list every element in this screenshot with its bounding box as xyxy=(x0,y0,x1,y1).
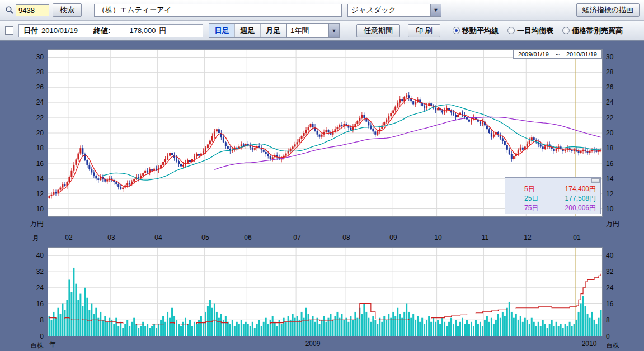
volume-y-axis-right: 0816243240 xyxy=(604,247,628,336)
month-label: 06 xyxy=(244,234,251,241)
y-tick: 18 xyxy=(36,144,44,152)
month-label: 03 xyxy=(107,234,115,241)
date-range-box: 2009/01/19 ～ 2010/01/19 xyxy=(513,50,602,59)
ma-legend: 5日174,400円25日177,508円75日200,006円 xyxy=(505,177,601,214)
y-tick: 10 xyxy=(36,205,44,213)
radio-label: 一目均衡表 xyxy=(517,26,553,36)
stock-code-input[interactable] xyxy=(16,4,49,16)
month-label: 12 xyxy=(524,234,531,241)
month-label: 08 xyxy=(342,234,350,241)
y-tick: 0 xyxy=(40,333,44,340)
y-tick: 28 xyxy=(36,68,44,76)
y-tick: 24 xyxy=(36,284,44,292)
date-value: 2010/01/19 xyxy=(41,26,78,35)
close-value: 178,000 xyxy=(129,26,156,35)
y-tick: 28 xyxy=(606,68,613,76)
date-label: 日付 xyxy=(23,26,38,36)
legend-minimize-button[interactable] xyxy=(591,178,600,183)
y-tick: 26 xyxy=(36,83,44,91)
legend-row: 5日174,400円 xyxy=(510,184,596,194)
y-tick: 20 xyxy=(36,129,44,137)
y-tick: 16 xyxy=(36,160,44,168)
close-label: 終値: xyxy=(93,26,110,36)
search-button[interactable]: 検索 xyxy=(53,3,82,17)
y-tick: 12 xyxy=(36,190,44,198)
radio-button-icon xyxy=(453,27,460,34)
range-dropdown[interactable]: 1年間 ▼ xyxy=(286,23,340,38)
year-axis-label: 年 xyxy=(49,340,56,349)
range-separator: ～ xyxy=(554,50,561,59)
price-y-axis-right: 1012141618202224262830 xyxy=(604,49,628,217)
radio-button-icon xyxy=(562,27,570,34)
y-tick: 20 xyxy=(606,129,613,137)
range-end: 2010/01/19 xyxy=(566,51,597,58)
y-tick: 32 xyxy=(606,268,613,276)
y-tick: 18 xyxy=(606,144,613,152)
year-label-2009: 2009 xyxy=(305,340,321,348)
chevron-down-icon[interactable]: ▼ xyxy=(328,24,339,37)
month-label: 05 xyxy=(201,234,209,241)
company-name-input[interactable] xyxy=(94,4,342,17)
period-tabs: 日足週足月足 xyxy=(209,23,287,38)
month-label: 02 xyxy=(65,234,72,241)
market-dropdown[interactable]: ジャスダック ▼ xyxy=(347,4,441,17)
month-label: 09 xyxy=(389,234,397,241)
toolbar-checkbox[interactable] xyxy=(5,26,13,35)
print-button[interactable]: 印 刷 xyxy=(408,24,440,37)
legend-rows: 5日174,400円25日177,508円75日200,006円 xyxy=(510,184,596,213)
radio-button-icon xyxy=(507,27,515,34)
y-tick: 16 xyxy=(606,300,613,308)
y-tick: 24 xyxy=(606,284,613,292)
y-tick: 14 xyxy=(606,175,613,183)
volume-chart-svg xyxy=(48,248,602,336)
economic-indicator-button[interactable]: 経済指標の描画 xyxy=(576,3,640,17)
month-label: 01 xyxy=(573,234,580,241)
volume-chart[interactable] xyxy=(48,247,603,336)
y-tick: 12 xyxy=(606,190,613,198)
price-unit-left: 万円 xyxy=(21,219,44,229)
y-tick: 26 xyxy=(606,83,613,91)
radio-moving-average[interactable]: 移動平均線 xyxy=(453,26,499,36)
legend-ma-name: 25日 xyxy=(510,194,538,203)
y-tick: 40 xyxy=(606,252,613,259)
month-axis-label: 月 xyxy=(32,234,39,243)
month-labels: 020304050607080910111201 xyxy=(48,234,603,242)
month-label: 10 xyxy=(434,234,441,241)
radio-ichimoku-chart[interactable]: 一目均衡表 xyxy=(507,26,553,36)
y-tick: 16 xyxy=(606,160,613,168)
legend-ma-value: 200,006円 xyxy=(565,203,596,213)
month-label: 11 xyxy=(482,234,488,241)
y-tick: 22 xyxy=(606,114,613,122)
tab-daily[interactable]: 日足 xyxy=(209,24,235,37)
legend-ma-name: 75日 xyxy=(510,203,538,213)
radio-label: 価格帯別売買高 xyxy=(572,26,623,36)
price-unit-right: 万円 xyxy=(606,219,619,229)
month-axis: 月 020304050607080910111201 xyxy=(0,234,644,242)
y-tick: 8 xyxy=(40,316,44,324)
volume-y-axis-left: 0816243240 xyxy=(21,247,46,336)
y-tick: 8 xyxy=(606,316,610,324)
close-unit: 円 xyxy=(159,26,166,36)
y-tick: 32 xyxy=(36,268,44,276)
y-tick: 24 xyxy=(36,98,44,106)
legend-row: 25日177,508円 xyxy=(510,194,596,203)
custom-period-button[interactable]: 任意期間 xyxy=(356,24,400,37)
tab-weekly[interactable]: 週足 xyxy=(235,24,261,37)
tab-monthly[interactable]: 月足 xyxy=(261,24,286,37)
y-tick: 22 xyxy=(36,114,44,122)
radio-volume-by-price[interactable]: 価格帯別売買高 xyxy=(562,26,623,36)
chevron-down-icon[interactable]: ▼ xyxy=(430,4,441,16)
y-tick: 24 xyxy=(606,98,613,106)
sub-toolbar: 日付 2010/01/19 終値: 178,000 円 日足週足月足 1年間 ▼… xyxy=(0,21,644,41)
legend-ma-value: 177,508円 xyxy=(565,194,596,203)
y-tick: 40 xyxy=(36,252,44,259)
y-tick: 30 xyxy=(606,53,613,61)
month-label: 07 xyxy=(293,234,300,241)
price-chart[interactable]: 2009/01/19 ～ 2010/01/19 5日174,400円25日177… xyxy=(48,49,603,217)
stock-chart-app: 検索 ジャスダック ▼ 経済指標の描画 日付 2010/01/19 終値: 17… xyxy=(0,0,644,351)
legend-ma-value: 174,400円 xyxy=(565,184,596,194)
top-toolbar: 検索 ジャスダック ▼ 経済指標の描画 xyxy=(0,0,644,21)
y-tick: 0 xyxy=(606,333,610,340)
indicator-radios: 移動平均線一目均衡表価格帯別売買高 xyxy=(453,26,632,36)
y-tick: 30 xyxy=(36,53,44,61)
